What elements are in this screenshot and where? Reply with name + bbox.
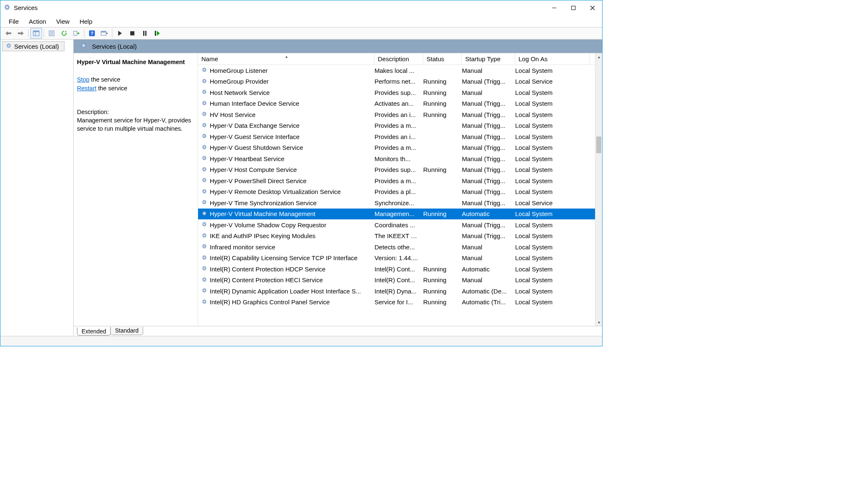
menu-action[interactable]: Action [24, 17, 51, 26]
gear-icon [201, 144, 208, 152]
panel-icon [33, 30, 40, 36]
columns-icon [101, 30, 108, 36]
cell-logon: Local System [515, 122, 590, 129]
cell-logon: Local System [515, 266, 590, 273]
properties-button[interactable] [46, 28, 57, 39]
vertical-scrollbar[interactable]: ▴ ▾ [595, 53, 602, 326]
table-row[interactable]: Hyper-V Guest Shutdown ServiceProvides a… [198, 142, 602, 154]
table-row[interactable]: HomeGroup ListenerMakes local ...ManualL… [198, 65, 602, 76]
toolbar: ? [0, 27, 602, 40]
scroll-up-icon[interactable]: ▴ [595, 53, 602, 60]
cell-name: Hyper-V Host Compute Service [210, 166, 374, 173]
svg-point-29 [203, 124, 205, 126]
content-title: Services (Local) [92, 43, 137, 50]
tree-node-label: Services (Local) [14, 43, 59, 50]
svg-point-26 [203, 91, 205, 93]
cell-startup: Manual (Trigg... [462, 155, 515, 162]
gear-icon [5, 42, 12, 50]
table-row[interactable]: Hyper-V Data Exchange ServiceProvides a … [198, 120, 602, 132]
window-title: Services [14, 4, 38, 11]
table-row[interactable]: Hyper-V Remote Desktop Virtualization Se… [198, 186, 602, 198]
table-row[interactable]: Human Interface Device ServiceActivates … [198, 98, 602, 109]
table-row[interactable]: Intel(R) Content Protection HDCP Service… [198, 263, 602, 275]
close-button[interactable] [583, 1, 602, 15]
nav-forward-button[interactable] [15, 28, 27, 39]
tab-extended[interactable]: Extended [77, 328, 111, 335]
cell-name: Hyper-V Heartbeat Service [210, 155, 374, 162]
cell-name: Intel(R) Capability Licensing Service TC… [210, 254, 374, 261]
stop-line: Stop the service [77, 75, 193, 84]
minimize-icon [552, 5, 557, 10]
cell-startup: Manual (Trigg... [462, 144, 515, 151]
cell-description: Provides sup... [374, 89, 423, 96]
table-row[interactable]: Intel(R) HD Graphics Control Panel Servi… [198, 297, 602, 308]
service-list[interactable]: HomeGroup ListenerMakes local ...ManualL… [198, 65, 602, 326]
cell-description: Version: 1.44.... [374, 254, 423, 261]
tab-standard[interactable]: Standard [110, 327, 143, 335]
gear-icon [201, 232, 208, 240]
description-label: Description: [77, 109, 193, 115]
table-row[interactable]: Hyper-V Host Compute ServiceProvides sup… [198, 164, 602, 176]
svg-point-33 [203, 168, 205, 170]
cell-name: HV Host Service [210, 111, 374, 118]
cell-name: Intel(R) Dynamic Application Loader Host… [210, 288, 374, 295]
nav-back-button[interactable] [2, 28, 14, 39]
column-header-description[interactable]: Description [374, 53, 423, 65]
restart-service-button[interactable] [151, 28, 163, 39]
view-columns-button[interactable] [99, 28, 110, 39]
start-service-button[interactable] [114, 28, 126, 39]
titlebar: Services [0, 0, 602, 15]
sort-indicator-icon: ▴ [285, 54, 288, 59]
svg-point-1 [6, 6, 8, 8]
table-row[interactable]: Hyper-V PowerShell Direct ServiceProvide… [198, 175, 602, 186]
properties-icon [48, 30, 55, 36]
cell-startup: Automatic [462, 210, 515, 217]
menu-view[interactable]: View [51, 17, 74, 26]
pause-service-button[interactable] [139, 28, 151, 39]
table-row[interactable]: Hyper-V Virtual Machine ManagementManage… [198, 209, 602, 220]
table-row[interactable]: HV Host ServiceProvides an i...RunningMa… [198, 109, 602, 120]
table-row[interactable]: Hyper-V Volume Shadow Copy RequestorCoor… [198, 219, 602, 231]
refresh-icon [61, 30, 67, 37]
table-row[interactable]: Intel(R) Capability Licensing Service TC… [198, 253, 602, 264]
column-header-logon[interactable]: Log On As [515, 53, 590, 65]
content-split: Hyper-V Virtual Machine Management Stop … [74, 53, 602, 326]
table-row[interactable]: Intel(R) Content Protection HECI Service… [198, 275, 602, 286]
cell-description: Makes local ... [374, 67, 423, 74]
table-row[interactable]: Hyper-V Heartbeat ServiceMonitors th...M… [198, 153, 602, 164]
cell-description: Service for I... [374, 298, 423, 306]
export-list-button[interactable] [71, 28, 82, 39]
table-row[interactable]: Host Network ServiceProvides sup...Runni… [198, 87, 602, 98]
tree-node-services-local[interactable]: Services (Local) [2, 41, 64, 51]
minimize-button[interactable] [545, 1, 564, 15]
menu-file[interactable]: File [4, 17, 24, 26]
help-button[interactable]: ? [86, 28, 98, 39]
selected-service-name: Hyper-V Virtual Machine Management [77, 58, 193, 66]
column-header-startup[interactable]: Startup Type [462, 53, 515, 65]
table-row[interactable]: HomeGroup ProviderPerforms net...Running… [198, 76, 602, 87]
cell-status: Running [423, 78, 462, 85]
stop-service-link[interactable]: Stop [77, 76, 89, 83]
cell-logon: Local System [515, 188, 590, 195]
gear-icon [201, 287, 208, 295]
table-row[interactable]: Hyper-V Time Synchronization ServiceSync… [198, 197, 602, 209]
window-controls [545, 1, 602, 15]
menu-help[interactable]: Help [74, 17, 97, 26]
cell-name: Hyper-V Remote Desktop Virtualization Se… [210, 188, 374, 195]
scroll-thumb[interactable] [596, 137, 601, 153]
table-row[interactable]: Hyper-V Guest Service InterfaceProvides … [198, 131, 602, 142]
scroll-down-icon[interactable]: ▾ [595, 319, 602, 326]
refresh-button[interactable] [58, 28, 70, 39]
cell-logon: Local Service [515, 199, 590, 206]
column-header-status[interactable]: Status [423, 53, 462, 65]
cell-name: Hyper-V Time Synchronization Service [210, 199, 374, 206]
cell-logon: Local System [515, 111, 590, 118]
restart-service-link[interactable]: Restart [77, 85, 97, 92]
table-row[interactable]: Infrared monitor serviceDetects othe...M… [198, 241, 602, 253]
table-row[interactable]: IKE and AuthIP IPsec Keying ModulesThe I… [198, 231, 602, 242]
show-hide-tree-button[interactable] [30, 28, 42, 39]
table-row[interactable]: Intel(R) Dynamic Application Loader Host… [198, 286, 602, 297]
cell-status: Running [423, 288, 462, 295]
stop-service-button[interactable] [126, 28, 138, 39]
maximize-button[interactable] [564, 1, 583, 15]
